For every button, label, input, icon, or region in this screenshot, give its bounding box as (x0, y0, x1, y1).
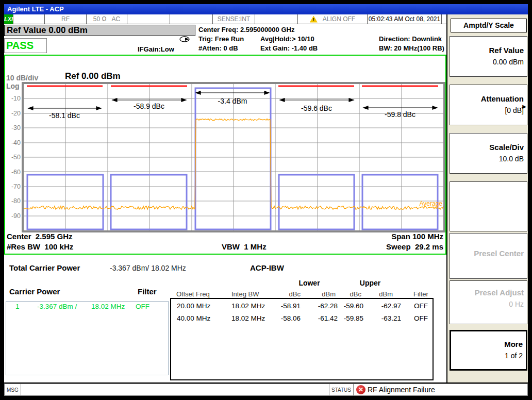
align-indicator: ! ALIGN OFF (298, 14, 368, 24)
softkey-value: 0.00 dBm (450, 58, 524, 66)
offset-zone (111, 175, 187, 229)
center-annotation: Center 2.595 GHz (7, 232, 73, 241)
strip-spacer (13, 14, 45, 24)
message-status-bar: MSG STATUS ✕ RF Alignment Failure (4, 384, 528, 396)
acp-cell: -58.91 (276, 302, 301, 310)
top-status-strip: LXI RF 50 Ω AC SENSE:INT ! ALIGN OFF 05:… (4, 14, 446, 24)
y-axis-tick: -10 (5, 95, 21, 102)
acp-result-label: -59.6 dBc (301, 104, 332, 112)
acp-cell: -62.97 (375, 302, 401, 310)
avg-hold-readout: Avg|Hold:> 10/10 (260, 35, 314, 43)
softkey-scale-div[interactable]: Scale/Div 10.0 dB (450, 133, 527, 174)
acp-cell: 18.02 MHz (231, 302, 265, 310)
channel-zones (27, 88, 438, 229)
strip-spacer (255, 14, 298, 24)
acp-cell: 18.02 MHz (231, 314, 265, 322)
pass-fail-indicator: PASS (4, 38, 47, 53)
acp-cell: OFF (414, 314, 428, 322)
acp-cell: -59.60 (339, 302, 363, 310)
acp-result-label: -58.9 dBc (134, 102, 164, 110)
softkey-presel-adjust: Presel Adjust 0 Hz (450, 280, 527, 324)
y-axis-tick: -70 (5, 183, 21, 190)
acp-cell: -61.42 (311, 314, 338, 322)
carrier-power-label: -3.4 dBm (218, 97, 247, 105)
align-label: ALIGN OFF (323, 15, 355, 23)
sweep-annotation: Sweep 29.2 ms (386, 242, 443, 251)
acp-result-label: -59.8 dBc (385, 110, 415, 119)
acp-cell: -63.21 (375, 314, 401, 322)
col-header-offset-freq: Offset Freq (176, 290, 210, 298)
col-header-filter: Filter (413, 290, 428, 298)
col-header-lower-dbc: dBc (276, 290, 301, 298)
impedance-label: 50 Ω (93, 15, 107, 23)
softkey-ref-value[interactable]: Ref Value 0.00 dBm (450, 36, 527, 77)
y-axis-tick: -60 (5, 169, 21, 176)
vbw-annotation: VBW 1 MHz (222, 242, 267, 251)
trigger-readout: Trig: Free Run (198, 35, 244, 43)
sense-indicator: SENSE:INT (213, 14, 255, 24)
y-axis-tick: -80 (5, 197, 21, 205)
acp-cell: 40.00 MHz (177, 314, 210, 322)
softkey-attenuation[interactable]: Attenuation [0 dB] ▶ (450, 85, 527, 125)
status-label: STATUS (329, 384, 353, 395)
col-header-integ-bw: Integ BW (231, 290, 259, 298)
atten-readout: #Atten: 0 dB (198, 44, 238, 52)
y-axis-tick: -90 (5, 212, 21, 220)
res-bw-annotation: #Res BW 100 kHz (7, 242, 73, 251)
acp-results-box (170, 298, 434, 380)
ext-gain-readout: Ext Gain: -1.40 dB (260, 44, 318, 52)
softkey-label: More (451, 340, 523, 348)
softkey-more[interactable]: More 1 of 2 (450, 330, 527, 371)
trace-mode-label: Average (420, 200, 443, 207)
softkey-label: Presel Center (450, 249, 524, 258)
softkey-label: Attenuation (450, 94, 524, 103)
active-function-bar: Ref Value 0.00 dBm (4, 25, 195, 36)
softkey-label: Scale/Div (450, 143, 524, 152)
input-coupling-cell: 50 Ω AC (87, 14, 127, 24)
softkey-menu-title: Amptd/Y Scale (451, 19, 527, 32)
acp-cell: OFF (414, 302, 428, 310)
carrier-row-power: -3.367 dBm / (37, 303, 77, 310)
acp-result-label: -58.1 dBc (49, 111, 80, 120)
scale-per-div-label: 10 dB/div (6, 74, 38, 82)
acp-ibw-title: ACP-IBW (250, 263, 284, 272)
lower-group-header: Lower (294, 279, 325, 287)
softkey-value: 1 of 2 (451, 352, 523, 360)
rf-indicator: RF (45, 14, 87, 24)
window-title: Agilent LTE - ACP (4, 4, 528, 14)
total-carrier-power-label: Total Carrier Power (9, 263, 80, 272)
y-axis-tick: -20 (5, 110, 21, 117)
carrier-row-index: 1 (15, 303, 20, 310)
softkey-value: [0 dB] (450, 106, 524, 114)
softkey-presel-center: Presel Center (450, 233, 527, 279)
lxi-badge: LXI (4, 14, 13, 24)
strip-spacer (127, 14, 170, 24)
carrier-power-header: Carrier Power (9, 287, 60, 296)
bw-readout: BW: 20 MHz(100 RB) (379, 44, 444, 52)
log-scale-label: Log (6, 82, 20, 90)
total-carrier-power-value: -3.367 dBm/ 18.02 MHz (110, 264, 186, 272)
spectrum-plot: -58.1 dBc -58.9 dBc -3.4 dBm -59.6 dBc -… (24, 84, 443, 230)
upper-group-header: Upper (355, 279, 386, 287)
strip-spacer (442, 14, 446, 24)
status-message: RF Alignment Failure (368, 386, 527, 394)
ifgain-label: IFGain:Low (138, 45, 174, 53)
y-axis-tick: -50 (5, 154, 21, 161)
carrier-filter-header: Filter (138, 287, 157, 296)
strip-spacer (170, 14, 213, 24)
span-annotation: Span 100 MHz (391, 232, 443, 241)
col-header-upper-dbc: dBc (339, 290, 361, 298)
continuous-sweep-icon (178, 36, 192, 43)
acp-cell: -58.06 (276, 314, 301, 322)
y-axis-tick: -40 (5, 139, 21, 146)
softkey-value: 10.0 dB (450, 155, 524, 163)
direction-readout: Direction: Downlink (379, 35, 442, 43)
acp-cell: 20.00 MHz (177, 302, 210, 310)
carrier-list-box (6, 301, 169, 375)
message-area (21, 384, 329, 395)
col-header-lower-dbm: dBm (311, 290, 336, 298)
submenu-arrow-icon: ▶ (522, 104, 526, 109)
softkey-value: 0 Hz (450, 300, 524, 308)
carrier-zone (195, 88, 271, 229)
carrier-row-filter: OFF (136, 303, 149, 310)
